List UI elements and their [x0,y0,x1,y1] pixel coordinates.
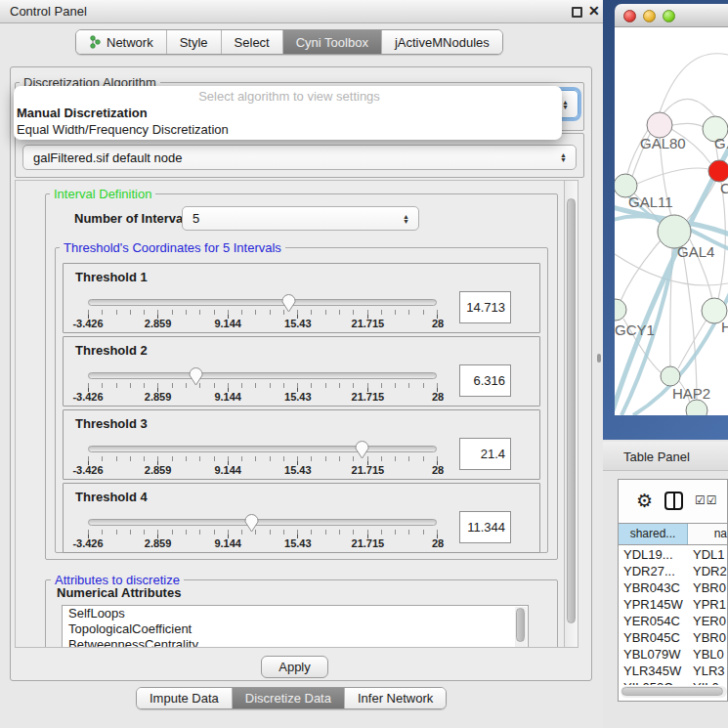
threshold-4-slider[interactable] [88,519,437,526]
table-horizontal-scrollbar[interactable] [621,686,727,698]
algorithm-dropdown-popup: Select algorithm to view settings Manual… [14,86,562,140]
network-graph: GAL80 G. C GAL11 GAL4 GCY1 H HAP2 [615,27,728,415]
tab-style[interactable]: Style [167,30,222,54]
top-tab-bar: Network Style Select Cyni Toolbox jActiv… [75,29,503,55]
tick-label: 21.715 [352,391,385,403]
scrollbar-thumb[interactable] [567,198,576,623]
table-rows: YDL19...YDL1 YDR27...YDR2 YBR043CYBR0 YP… [619,546,728,685]
apply-button[interactable]: Apply [261,656,328,678]
slider-tick-labels: -3.426 2.859 9.144 15.43 21.715 28 [88,318,438,329]
threshold-1-value-field[interactable]: 14.713 [459,291,511,323]
column-layout-icon[interactable] [664,492,683,510]
label-gal11: GAL11 [628,193,673,210]
tick-label: 2.859 [145,464,172,476]
stepper-arrows-icon: ▲▼ [560,152,567,162]
table-header-row: shared... na [619,523,728,545]
tick-label: 9.144 [214,464,241,476]
popup-item-equal-width[interactable]: Equal Width/Frequency Discretization [14,121,562,138]
scrollbar-thumb[interactable] [621,687,723,696]
tab-select[interactable]: Select [222,30,283,54]
bottom-tab-bar: Impute Data Discretize Data Infer Networ… [136,687,447,709]
table-row[interactable]: YBR043CYBR0 [619,579,728,596]
node-selected-red[interactable] [708,160,728,182]
screen: Control Panel ✕ Network Style Select Cyn… [0,0,728,728]
table-row[interactable]: YDL19...YDL1 [619,546,728,563]
threshold-1-box: Threshold 1 -3.426 2.859 9.144 15.43 21.… [63,263,540,333]
table-row[interactable]: YLR345WYLR3 [619,663,728,679]
select-columns-icons[interactable]: ☑☑ [695,493,718,507]
tab-impute-data[interactable]: Impute Data [137,688,233,708]
threshold-1-slider[interactable] [88,299,437,306]
tab-jactivemnodules[interactable]: jActiveMNodules [382,30,502,54]
tab-discretize-data-label: Discretize Data [245,691,331,706]
table-data-combo-value: galFiltered.sif default node [33,150,182,165]
numerical-attributes-list[interactable]: SelfLoops TopologicalCoefficient Between… [62,605,529,648]
label-g: G. [714,135,728,151]
table-row[interactable]: YBR045CYBR0 [619,629,728,646]
float-window-icon[interactable] [572,7,582,18]
tick-label: -3.426 [72,537,103,549]
minimize-traffic-icon[interactable] [643,10,656,22]
panel-title: Control Panel [10,4,87,19]
tab-network[interactable]: Network [76,30,167,54]
gear-icon[interactable]: ⚙ [636,492,653,510]
tab-impute-data-label: Impute Data [150,691,219,706]
number-of-intervals-combo[interactable]: 5 ▲▼ [182,206,419,231]
threshold-3-box: Threshold 3 -3.426 2.859 9.144 15.43 21.… [63,409,540,480]
table-panel-box: ⚙ ☑☑ shared... na YDL19...YDL1 YDR27...Y… [618,479,728,702]
close-traffic-icon[interactable] [623,10,636,22]
panel-divider-handle[interactable] [597,354,601,363]
close-icon[interactable]: ✕ [588,3,600,19]
popup-item-manual-discretization[interactable]: Manual Discretization [14,105,562,121]
popup-prompt[interactable]: Select algorithm to view settings [14,88,562,105]
control-panel-titlebar: Control Panel ✕ [0,0,604,23]
thresholds-group-label: Threshold's Coordinates for 5 Intervals [60,240,285,255]
number-of-intervals-value: 5 [193,211,199,226]
label-gal4: GAL4 [677,243,714,260]
tick-label: 9.144 [214,391,241,403]
table-data-combo[interactable]: galFiltered.sif default node ▲▼ [22,145,577,170]
network-icon [89,35,102,49]
threshold-4-label: Threshold 4 [75,490,148,504]
column-header-shared[interactable]: shared... [619,524,688,544]
tab-infer-network[interactable]: Infer Network [345,688,446,708]
column-header-name[interactable]: na [688,524,728,544]
threshold-1-label: Threshold 1 [75,270,148,284]
table-row[interactable]: YBL079WYBL0 [619,646,728,663]
threshold-2-value-field[interactable]: 6.316 [459,364,511,397]
table-row[interactable]: YER054CYER0 [619,613,728,629]
tab-network-label: Network [107,35,153,50]
list-scrollbar[interactable] [515,607,527,647]
attribute-item[interactable]: TopologicalCoefficient [63,621,528,637]
threshold-4-box: Threshold 4 -3.426 2.859 9.144 15.43 21.… [63,483,540,553]
table-panel-titlebar: Table Panel [603,442,728,471]
network-window-titlebar[interactable] [615,4,728,27]
tick-label: 15.43 [284,391,312,403]
zoom-traffic-icon[interactable] [663,10,675,22]
network-canvas[interactable]: GAL80 G. C GAL11 GAL4 GCY1 H HAP2 [615,27,728,415]
slider-tick-labels: -3.426 2.859 9.144 15.43 21.715 28 [88,391,438,403]
threshold-2-slider[interactable] [88,372,437,379]
node-gcy1[interactable] [615,299,626,321]
tab-discretize-data[interactable]: Discretize Data [233,688,345,708]
node-hap2[interactable] [661,366,680,386]
tick-label: 9.144 [214,537,241,549]
label-gcy1: GCY1 [615,321,655,338]
table-row[interactable]: YIL052CYIL0 [619,679,728,685]
tab-cyni-toolbox[interactable]: Cyni Toolbox [283,30,382,54]
attribute-item[interactable]: SelfLoops [63,606,528,621]
threshold-3-slider[interactable] [88,446,437,452]
tick-label: 21.715 [352,537,385,549]
threshold-3-value-field[interactable]: 21.4 [459,438,511,470]
tick-label: 28 [432,537,444,549]
tick-label: 9.144 [214,318,241,329]
settings-scrollbar[interactable] [564,180,578,648]
table-row[interactable]: YDR27...YDR2 [619,563,728,579]
tab-cyni-toolbox-label: Cyni Toolbox [296,35,368,50]
tab-style-label: Style [180,35,208,50]
table-row[interactable]: YPR145WYPR1 [619,596,728,613]
attribute-item[interactable]: BetweennessCentrality [63,637,528,648]
threshold-4-value-field[interactable]: 11.344 [459,511,511,543]
label-c: C [720,180,728,196]
label-hap2: HAP2 [672,385,710,402]
